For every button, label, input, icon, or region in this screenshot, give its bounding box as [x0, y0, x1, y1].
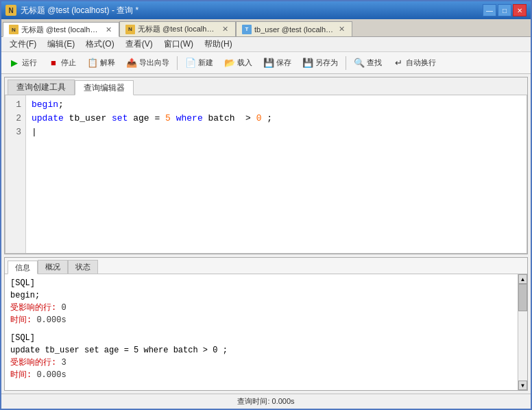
- results-section: 信息 概况 状态 [SQL] begin; 受影响的行: 0 时间: 0.000…: [4, 257, 528, 391]
- load-icon: 📂: [224, 58, 235, 69]
- window-tab-bar: N 无标题 @test (localhos... ✕ N 无标题 @test (…: [1, 19, 531, 37]
- scrollbar-up-button[interactable]: ▲: [518, 274, 527, 284]
- saveas-label: 另存为: [315, 58, 338, 68]
- window-tab-1[interactable]: N 无标题 @test (localhos... ✕: [3, 22, 119, 37]
- run-icon: ▶: [9, 58, 20, 69]
- window-tab-2[interactable]: N 无标题 @test (localhos... ✕: [119, 21, 236, 36]
- status-bar: 查询时间: 0.000s: [1, 394, 531, 409]
- menu-format[interactable]: 格式(O): [80, 37, 119, 51]
- results-tab-overview[interactable]: 概况: [38, 260, 68, 274]
- find-icon: 🔍: [354, 58, 365, 69]
- export-icon: 📤: [126, 58, 137, 69]
- tab2-label: 无标题 @test (localhos...: [138, 24, 218, 34]
- result-entry-1: [SQL] begin; 受影响的行: 0 时间: 0.000s: [10, 277, 512, 326]
- run-label: 运行: [22, 58, 37, 68]
- content-area: 查询创建工具 查询编辑器 1 2 3 begin;update tb_user …: [1, 74, 531, 394]
- tab-query-editor[interactable]: 查询编辑器: [75, 80, 134, 95]
- line-num-1: 1: [10, 98, 21, 112]
- toolbar-separator-2: [346, 56, 346, 70]
- result2-sql-text: update tb_user set age = 5 where batch >…: [10, 344, 512, 357]
- result1-affected: 受影响的行: 0: [10, 302, 512, 314]
- result1-sql-label: [SQL]: [10, 277, 512, 289]
- result2-sql-label: [SQL]: [10, 332, 512, 344]
- close-button[interactable]: ✕: [513, 4, 527, 16]
- tab3-icon: T: [242, 25, 252, 34]
- menu-bar: 文件(F) 编辑(E) 格式(O) 查看(V) 窗口(W) 帮助(H): [1, 37, 531, 52]
- code-line-3: [32, 125, 521, 139]
- toolbar-separator-1: [177, 56, 178, 70]
- find-label: 查找: [367, 58, 382, 68]
- tab-query-builder[interactable]: 查询创建工具: [8, 80, 75, 95]
- menu-window[interactable]: 窗口(W): [158, 37, 199, 51]
- results-body: [SQL] begin; 受影响的行: 0 时间: 0.000s [SQL] u…: [5, 274, 527, 390]
- result-spacer: [10, 326, 512, 332]
- save-label: 保存: [276, 58, 291, 68]
- tab2-close-icon[interactable]: ✕: [221, 25, 230, 34]
- run-button[interactable]: ▶ 运行: [4, 55, 42, 71]
- explain-button[interactable]: 📋 解释: [82, 55, 120, 71]
- saveas-icon: 💾: [302, 58, 313, 69]
- menu-file[interactable]: 文件(F): [4, 37, 42, 51]
- window-title: 无标题 @test (localhost) - 查询 *: [21, 5, 483, 16]
- scrollbar-track[interactable]: [518, 284, 527, 381]
- results-scrollbar[interactable]: ▲ ▼: [518, 274, 527, 390]
- tab3-close-icon[interactable]: ✕: [337, 25, 346, 34]
- tab1-icon: N: [9, 25, 19, 34]
- result1-sql-text: begin;: [10, 289, 512, 302]
- line-num-3: 3: [10, 125, 21, 139]
- find-button[interactable]: 🔍 查找: [349, 55, 387, 71]
- stop-button[interactable]: ■ 停止: [43, 55, 81, 71]
- tab2-icon: N: [125, 25, 135, 34]
- result1-time: 时间: 0.000s: [10, 314, 512, 326]
- result-entry-2: [SQL] update tb_user set age = 5 where b…: [10, 332, 512, 381]
- new-button[interactable]: 📄 新建: [180, 55, 218, 71]
- saveas-button[interactable]: 💾 另存为: [298, 55, 343, 71]
- maximize-button[interactable]: □: [498, 4, 511, 16]
- line-num-2: 2: [10, 112, 21, 125]
- tab1-label: 无标题 @test (localhos...: [21, 25, 101, 35]
- code-editor[interactable]: begin;update tb_user set age = 5 where b…: [26, 95, 527, 253]
- minimize-button[interactable]: —: [483, 4, 496, 16]
- autoreplace-label: 自动换行: [406, 58, 436, 68]
- new-label: 新建: [198, 58, 213, 68]
- app-icon: N: [5, 5, 16, 16]
- load-button[interactable]: 📂 载入: [219, 55, 257, 71]
- main-window: N 无标题 @test (localhost) - 查询 * — □ ✕ N 无…: [0, 0, 532, 410]
- results-tabs: 信息 概况 状态: [5, 258, 527, 274]
- result2-time: 时间: 0.000s: [10, 369, 512, 381]
- menu-edit[interactable]: 编辑(E): [42, 37, 80, 51]
- export-button[interactable]: 📤 导出向导: [121, 55, 174, 71]
- line-numbers: 1 2 3: [5, 95, 26, 253]
- results-tab-info[interactable]: 信息: [8, 261, 38, 274]
- results-tab-status[interactable]: 状态: [68, 260, 98, 274]
- save-icon: 💾: [263, 58, 274, 69]
- scrollbar-thumb[interactable]: [518, 284, 527, 311]
- tab1-close-icon[interactable]: ✕: [104, 25, 113, 34]
- code-line-1: begin;: [32, 98, 521, 112]
- explain-icon: 📋: [87, 58, 98, 69]
- code-line-2: update tb_user set age = 5 where batch >…: [32, 112, 521, 125]
- tab3-label: tb_user @test (localhos...: [254, 25, 335, 34]
- menu-help[interactable]: 帮助(H): [199, 37, 238, 51]
- menu-view[interactable]: 查看(V): [120, 37, 158, 51]
- window-tab-3[interactable]: T tb_user @test (localhos... ✕: [236, 21, 352, 36]
- results-content: [SQL] begin; 受影响的行: 0 时间: 0.000s [SQL] u…: [5, 274, 518, 390]
- toolbar: ▶ 运行 ■ 停止 📋 解释 📤 导出向导 📄 新建 📂 载入 💾 保存: [1, 52, 531, 74]
- status-text: 查询时间: 0.000s: [237, 396, 294, 407]
- title-controls: — □ ✕: [483, 4, 527, 16]
- load-label: 载入: [237, 58, 252, 68]
- export-label: 导出向导: [139, 58, 169, 68]
- editor-section: 查询创建工具 查询编辑器 1 2 3 begin;update tb_user …: [4, 77, 528, 254]
- result2-affected: 受影响的行: 3: [10, 357, 512, 369]
- autoreplace-icon: ↵: [393, 58, 404, 69]
- panel-tabs: 查询创建工具 查询编辑器: [5, 77, 527, 95]
- stop-icon: ■: [48, 58, 59, 69]
- explain-label: 解释: [100, 58, 115, 68]
- scrollbar-down-button[interactable]: ▼: [518, 381, 527, 390]
- new-icon: 📄: [185, 58, 196, 69]
- stop-label: 停止: [61, 58, 76, 68]
- save-button[interactable]: 💾 保存: [258, 55, 296, 71]
- autoreplace-button[interactable]: ↵ 自动换行: [388, 55, 441, 71]
- title-bar: N 无标题 @test (localhost) - 查询 * — □ ✕: [1, 1, 531, 19]
- editor-area[interactable]: 1 2 3 begin;update tb_user set age = 5 w…: [5, 95, 527, 254]
